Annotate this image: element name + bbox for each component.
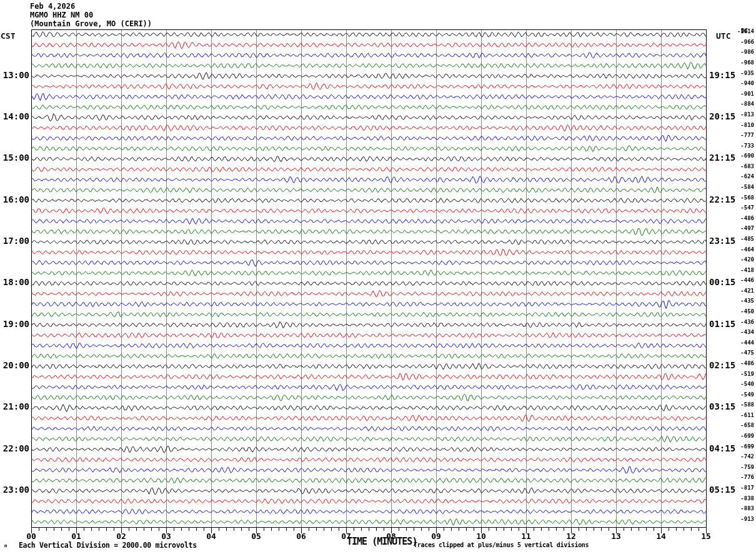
x-tick-label: 13 [611,531,621,541]
x-tick-label: 05 [251,531,261,541]
dc-value-label: -776 [730,474,754,481]
dc-value-label: -485 [730,236,754,243]
cst-time-label: 19:00 [0,319,29,329]
station-location-label: (Mountain Grove, MO (CERI)) [30,19,152,28]
dc-value-label: -699 [730,443,754,450]
dc-value-label: -435 [730,298,754,305]
plot-header: Feb 4,2026 MGMO HHZ NM 00 (Mountain Grov… [30,2,152,28]
dc-value-label: -658 [730,422,754,429]
dc-value-label: -838 [730,495,754,502]
helicorder-page: Feb 4,2026 MGMO HHZ NM 00 (Mountain Grov… [0,0,756,554]
cst-time-label: 15:00 [0,153,29,163]
dc-value-label: -450 [730,308,754,315]
x-tick-label: 10 [476,531,486,541]
cst-time-label: 21:00 [0,401,29,411]
dc-value-label: -519 [730,371,754,378]
x-tick-label: 06 [296,531,306,541]
date-label: Feb 4,2026 [30,2,152,11]
dc-value-label: -540 [730,381,754,388]
cst-time-label: 16:00 [0,194,29,204]
cst-time-label: 17:00 [0,236,29,246]
x-tick-label: 08 [386,531,396,541]
cst-time-label: 22:00 [0,443,29,453]
dc-value-label: -421 [730,288,754,295]
dc-value-label: -733 [730,143,754,149]
dc-value-label: -742 [730,453,754,460]
dc-value-label: -884 [730,101,754,108]
x-tick-label: 09 [431,531,441,541]
x-axis-title: TIME (MINUTES) [347,536,417,547]
dc-value-label: -935 [730,70,754,77]
dc-value-label: -475 [730,350,754,356]
dc-value-label: -584 [730,184,754,191]
right-axis-header: UTC [716,31,730,41]
cst-time-label: 13:00 [0,70,29,80]
dc-value-label: -446 [730,277,754,284]
dc-value-label: -690 [730,153,754,159]
x-tick-label: 02 [116,531,126,541]
dc-value-label: -966 [730,39,754,46]
seismogram-canvas [0,0,756,554]
dc-value-label: -901 [730,91,754,98]
dc-value-label: -968 [730,59,754,66]
dc-value-label: -913 [730,516,754,523]
dc-value-label: -464 [730,246,754,253]
dc-value-label: -486 [730,360,754,367]
dc-value-label: -486 [730,215,754,222]
x-tick-label: 01 [71,531,81,541]
dc-value-label: -418 [730,267,754,274]
x-tick-label: 03 [161,531,171,541]
dc-value-label: -813 [730,111,754,118]
dc-value-label: -434 [730,329,754,336]
x-tick-label: 00 [26,531,36,541]
cst-time-label: 18:00 [0,277,29,287]
dc-value-label: -1014 [730,28,754,35]
dc-value-label: -547 [730,204,754,211]
dc-value-label: -611 [730,412,754,419]
left-axis-header: CST [1,31,15,41]
dc-value-label: -436 [730,319,754,326]
x-tick-label: 14 [656,531,666,541]
x-tick-label: 12 [566,531,576,541]
x-tick-label: 11 [521,531,531,541]
dc-value-label: -624 [730,173,754,180]
cst-time-label: 14:00 [0,111,29,121]
station-label: MGMO HHZ NM 00 [30,11,152,19]
dc-value-label: -777 [730,132,754,139]
dc-value-label: -883 [730,505,754,512]
footer-scale-note: Each Vertical Division = 2000.00 microvo… [19,541,197,550]
dc-value-label: -497 [730,225,754,232]
footer-clip-note: Traces clipped at plus/minus 5 vertical … [414,541,589,548]
dc-value-label: -699 [730,433,754,440]
footer-left-glyph: m [4,543,7,548]
dc-value-label: -986 [730,49,754,56]
cst-time-label: 20:00 [0,360,29,370]
dc-value-label: -444 [730,340,754,346]
dc-value-label: -817 [730,485,754,491]
x-tick-label: 15 [701,531,711,541]
x-tick-label: 04 [206,531,216,541]
dc-value-label: -940 [730,80,754,87]
x-tick-label: 07 [341,531,351,541]
dc-value-label: -568 [730,194,754,201]
dc-value-label: -683 [730,163,754,170]
dc-value-label: -588 [730,401,754,408]
dc-value-label: -420 [730,256,754,263]
cst-time-label: 23:00 [0,485,29,495]
dc-value-label: -549 [730,391,754,398]
dc-value-label: -759 [730,464,754,471]
dc-value-label: -810 [730,122,754,129]
